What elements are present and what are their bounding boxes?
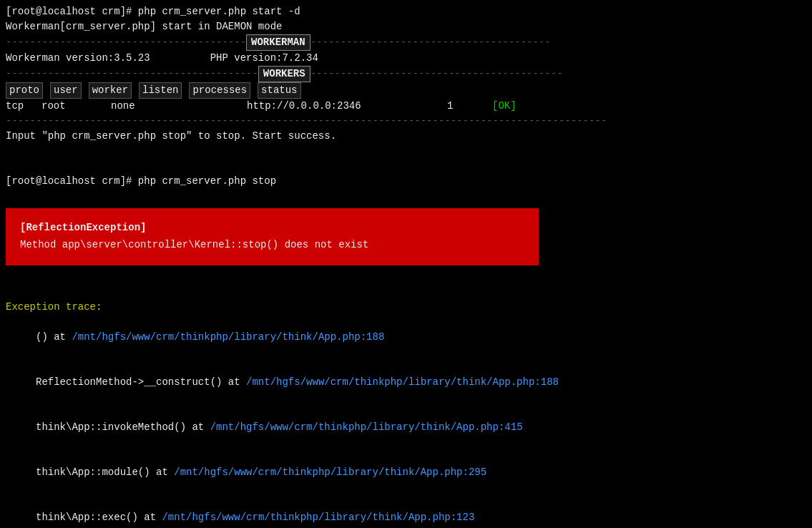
prompt-line-2: [root@localhost crm]# php crm_server.php… <box>6 174 806 189</box>
row-user: root <box>41 99 111 114</box>
dashes-left-1: ---------------------------------------- <box>6 35 246 50</box>
trace-line-2: ReflectionMethod->__construct() at /mnt/… <box>6 360 806 405</box>
col-worker-header: worker <box>89 82 132 99</box>
dashes-right-2: ----------------------------------------… <box>310 67 563 82</box>
workers-badge: WORKERS <box>258 66 310 82</box>
trace-line-1: () at /mnt/hgfs/www/crm/thinkphp/library… <box>6 315 806 360</box>
dashes-bottom: ----------------------------------------… <box>6 114 806 129</box>
error-message: Method app\server\controller\Kernel::sto… <box>20 237 524 254</box>
workerman-badge: WORKERMAN <box>246 34 310 51</box>
error-box: [ReflectionException] Method app\server\… <box>6 208 539 265</box>
col-listen-header: listen <box>139 82 182 99</box>
row-listen: http://0.0.0.0:2346 <box>247 99 447 114</box>
prompt-line-1: [root@localhost crm]# php crm_server.php… <box>6 4 806 19</box>
dashes-right-1: ---------------------------------------- <box>310 35 551 50</box>
col-processes-header: processes <box>189 82 250 99</box>
col-proto-header: proto <box>6 82 43 99</box>
trace-line-3: think\App::invokeMethod() at /mnt/hgfs/w… <box>6 405 806 450</box>
workerman-header: ----------------------------------------… <box>6 34 806 51</box>
daemon-line: Workerman[crm_server.php] start in DAEMO… <box>6 19 806 34</box>
version-line: Workerman version:3.5.23 PHP version:7.2… <box>6 51 806 66</box>
input-hint-line: Input "php crm_server.php stop" to stop.… <box>6 129 806 144</box>
error-title: [ReflectionException] <box>20 220 524 237</box>
row-processes: 1 <box>447 99 492 114</box>
table-header-row: proto user worker listen processes statu… <box>6 82 806 99</box>
row-proto: tcp <box>6 99 41 114</box>
dashes-left-2: ----------------------------------------… <box>6 67 258 82</box>
col-status-header: status <box>258 82 300 99</box>
terminal: [root@localhost crm]# php crm_server.php… <box>6 4 806 528</box>
row-status: [OK] <box>492 99 517 114</box>
table-data-row: tcp root none http://0.0.0.0:2346 1 [OK] <box>6 99 806 114</box>
trace-header: Exception trace: <box>6 300 806 315</box>
trace-line-4: think\App::module() at /mnt/hgfs/www/crm… <box>6 450 806 495</box>
trace-line-5: think\App::exec() at /mnt/hgfs/www/crm/t… <box>6 495 806 528</box>
workers-header: ----------------------------------------… <box>6 66 806 82</box>
row-worker: none <box>111 99 247 114</box>
col-user-header: user <box>50 82 82 99</box>
